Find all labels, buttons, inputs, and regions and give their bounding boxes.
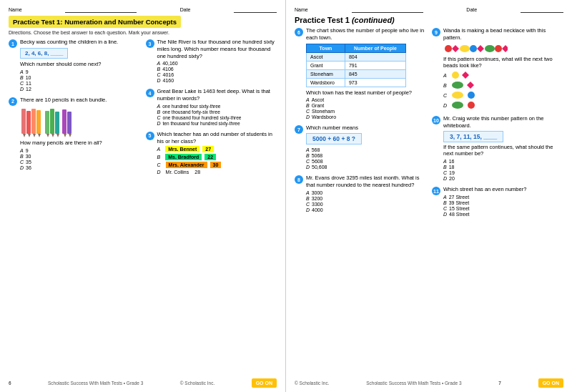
question-2: 2 There are 10 pencils in each bundle. — [9, 97, 140, 172]
table-header-town: Town — [307, 44, 345, 52]
q10-subtext: If the same pattern continues, what shou… — [443, 144, 563, 158]
q1-opt-b[interactable]: B10 — [20, 75, 140, 80]
q4-opt-d[interactable]: Dten thousand four hundred sixty-three — [157, 121, 277, 126]
date-label: Date — [180, 7, 191, 13]
svg-rect-14 — [62, 109, 66, 134]
table-row: Grant 791 — [307, 61, 406, 69]
q9-opt-a[interactable]: A — [443, 71, 563, 79]
q11-text: Which street has an even number? — [443, 186, 563, 193]
q4-text: Great Bear Lake is 1463 feet deep. What … — [157, 88, 277, 102]
q1-sequence: 2, 4, 6, 8, ____ — [20, 48, 68, 59]
teacher-d-num: 28 — [194, 170, 200, 175]
footer-copy-left: © Scholastic Inc. — [180, 381, 215, 386]
footer-center-right: Scholastic Success With Math Tests • Gra… — [366, 381, 461, 386]
q3-number: 3 — [146, 39, 154, 48]
q4-opt-c[interactable]: Cone thousand four hundred sixty-three — [157, 115, 277, 120]
q1-options: A9 B10 C11 D12 — [20, 69, 140, 92]
q3-opt-b[interactable]: B4106 — [157, 67, 277, 72]
q7-opt-c[interactable]: C5608 — [306, 159, 426, 164]
q9-text: Wanda is making a bead necklace with thi… — [443, 27, 563, 41]
q4-opt-a[interactable]: Aone hundred four sixty-three — [157, 104, 277, 109]
q8-opt-c[interactable]: C3300 — [306, 202, 426, 207]
page-num-right: 7 — [498, 381, 501, 386]
q6-subtext: Which town has the least number of peopl… — [306, 89, 426, 97]
q3-opt-d[interactable]: D4160 — [157, 78, 277, 83]
q10-opt-c[interactable]: C19 — [443, 170, 563, 175]
q10-opt-b[interactable]: B18 — [443, 165, 563, 170]
q1-subtext: Which number should come next? — [20, 61, 140, 68]
q10-opt-d[interactable]: D20 — [443, 176, 563, 181]
q9-opt-c[interactable]: C — [443, 91, 563, 99]
town-grant: Grant — [307, 61, 345, 69]
town-stoneham: Stoneham — [307, 69, 345, 78]
svg-point-24 — [495, 45, 502, 52]
bead-pattern-svg — [443, 44, 508, 54]
q7-opt-b[interactable]: B5068 — [306, 153, 426, 158]
right-section-title: Practice Test 1 (continued) — [295, 16, 563, 24]
svg-marker-4 — [23, 134, 26, 137]
svg-marker-12 — [51, 134, 54, 137]
q11-opt-a[interactable]: A27 Street — [443, 195, 563, 200]
svg-point-30 — [452, 92, 463, 99]
q6-table: Town Number of People Ascot 804 Grant 79… — [306, 44, 426, 87]
q8-opt-d[interactable]: D4000 — [306, 207, 426, 212]
q5-opt-c[interactable]: C Mrs. Alexander 30 — [157, 162, 277, 168]
q1-opt-a[interactable]: A9 — [20, 69, 140, 74]
go-on-button-right[interactable]: GO ON — [538, 378, 563, 388]
q6-number: 6 — [295, 28, 303, 36]
q3-opt-c[interactable]: C4016 — [157, 72, 277, 77]
svg-rect-2 — [31, 109, 36, 134]
q1-opt-c[interactable]: C11 — [20, 81, 140, 86]
q2-number: 2 — [9, 97, 17, 106]
q9-opt-b[interactable]: B — [443, 81, 563, 89]
q7-opt-d[interactable]: D50,608 — [306, 165, 426, 170]
q10-opt-a[interactable]: A16 — [443, 159, 563, 164]
q3-opt-a[interactable]: A40,160 — [157, 61, 277, 66]
table-header-people: Number of People — [345, 44, 405, 52]
q2-opt-d[interactable]: D36 — [20, 165, 140, 170]
date-line — [234, 7, 277, 13]
q5-opt-d[interactable]: D Mr. Collins 28 — [157, 170, 277, 175]
q6-opt-c[interactable]: CStoneham — [306, 109, 426, 114]
people-wardsboro: 973 — [345, 78, 405, 87]
q6-opt-a[interactable]: AAscot — [306, 97, 426, 102]
svg-rect-3 — [36, 110, 41, 134]
go-on-button-left[interactable]: GO ON — [252, 378, 277, 388]
q4-options: Aone hundred four sixty-three Bone thous… — [157, 104, 277, 126]
svg-point-32 — [452, 102, 463, 109]
question-10: 10 Mr. Craig wrote this number pattern o… — [432, 115, 563, 182]
q2-subtext: How many pencils are there in all? — [20, 139, 140, 147]
q6-opt-d[interactable]: DWardsboro — [306, 114, 426, 119]
footer-center-left: Scholastic Success With Math Tests • Gra… — [48, 381, 143, 386]
q8-opt-b[interactable]: B3200 — [306, 196, 426, 201]
q8-opt-a[interactable]: A3000 — [306, 190, 426, 195]
q9-opt-d[interactable]: D — [443, 101, 563, 109]
svg-point-28 — [452, 82, 463, 89]
q4-opt-b[interactable]: Bone thousand forty-six three — [157, 109, 277, 114]
q2-opt-b[interactable]: B30 — [20, 154, 140, 159]
q5-opt-a[interactable]: A Mrs. Bennet 27 — [157, 146, 277, 152]
q11-opt-d[interactable]: D48 Street — [443, 212, 563, 217]
teacher-c-num: 30 — [210, 162, 222, 168]
svg-point-33 — [468, 102, 475, 109]
q9-subtext: If this pattern continues, what will the… — [443, 56, 563, 70]
q11-opt-c[interactable]: C15 Street — [443, 206, 563, 211]
q6-opt-b[interactable]: BGrant — [306, 103, 426, 108]
people-grant: 791 — [345, 61, 405, 69]
q5-number: 5 — [146, 132, 154, 140]
q7-opt-a[interactable]: A568 — [306, 147, 426, 152]
q11-options: A27 Street B39 Street C15 Street D48 Str… — [443, 195, 563, 217]
svg-marker-13 — [56, 134, 59, 137]
q9-number: 9 — [432, 28, 440, 36]
table-row: Stoneham 845 — [307, 69, 406, 78]
question-1: 1 Becky was counting the children in a l… — [9, 39, 140, 92]
q2-opt-a[interactable]: A9 — [20, 148, 140, 153]
q8-text: Mr. Evans drove 3295 miles last month. W… — [306, 175, 426, 189]
q1-opt-d[interactable]: D12 — [20, 87, 140, 92]
q7-options: A568 B5068 C5608 D50,608 — [306, 147, 426, 170]
q8-number: 8 — [295, 175, 303, 184]
svg-point-20 — [460, 45, 470, 52]
q2-opt-c[interactable]: C35 — [20, 160, 140, 165]
q11-opt-b[interactable]: B39 Street — [443, 200, 563, 205]
q5-opt-b[interactable]: B Ms. Bradford 22 — [157, 154, 277, 160]
